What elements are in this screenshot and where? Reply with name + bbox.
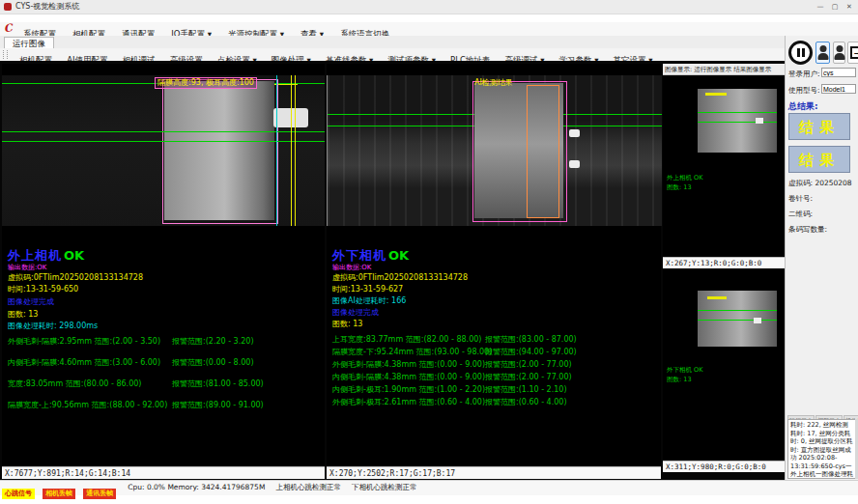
alarm-range: 报警范围:(1.10 - 2.10) — [485, 384, 567, 395]
elapsed-line: 图像处理耗时: 298.00ms — [8, 321, 98, 331]
brand-logo-icon: C — [3, 22, 13, 35]
small-image-1 — [698, 89, 777, 153]
control-panel: → 登录用户: 使用型号: 总结果: 结果 结果 虚拟码: 20250208 卷… — [785, 36, 858, 480]
lower-camera-heartbeat-status: 下相机心跳检测正常 — [352, 481, 417, 494]
model-field[interactable] — [821, 84, 856, 94]
result-title-upper: 外上相机OK — [8, 245, 84, 265]
window-title: CYS-视觉检测系统 — [15, 0, 79, 14]
result-ok-badge: OK — [388, 248, 409, 263]
camera-name: 外上相机 — [8, 248, 62, 263]
login-user-label: 登录用户: — [788, 70, 820, 79]
measurement-row: 内侧毛刺-隔膜:4.60mm 范围:(3.00 - 6.00) — [8, 357, 160, 368]
image-overlay-label: 隔膜高度:93, 极耳高度:100 — [155, 77, 257, 89]
upper-camera-heartbeat-status: 上相机心跳检测正常 — [275, 481, 341, 494]
maximize-button[interactable]: ▢ — [828, 1, 842, 13]
pause-icon — [797, 48, 800, 57]
pixel-coords-lower: X:270;Y:2502;R:17;G:17;B:17 — [327, 466, 661, 479]
small-views-header[interactable]: 图像显示: 运行图像显示 结果图像显示 — [663, 64, 785, 75]
exit-arrow-icon: → — [854, 50, 858, 58]
measurement-row: 外侧毛刺-极耳:2.61mm 范围:(0.60 - 4.00) — [332, 397, 485, 407]
result-display-1: 结果 — [788, 113, 850, 140]
title-bar: CYS-视觉检测系统 — ▢ ✕ — [0, 0, 858, 14]
output-data-line: 输出数据:OK — [332, 263, 371, 272]
alarm-range: 报警范围:(0.00 - 8.00) — [172, 357, 254, 368]
barcode-write-count-label: 条码写数量: — [788, 225, 827, 235]
user-icon — [836, 45, 843, 52]
bright-spot — [569, 129, 580, 137]
qr-code-label: 二维码: — [788, 210, 813, 219]
cpu-memory-status: Cpu: 0.0% Memory: 3424.41796875M — [128, 481, 265, 494]
small-view-text: 图数: 13 — [667, 183, 692, 192]
small-view-1[interactable]: 外上相机 OK 图数: 13 — [663, 75, 785, 257]
roi-rect-orange — [527, 85, 559, 218]
status-bar: 心跳信号 相机丢帧 通讯丢帧 Cpu: 0.0% Memory: 3424.41… — [0, 480, 858, 495]
user-login-button[interactable] — [815, 42, 830, 64]
roll-number-label: 卷针号: — [788, 194, 813, 204]
overlay-mark — [707, 296, 727, 299]
measure-line-cyan — [276, 75, 277, 226]
app-icon — [4, 3, 12, 11]
overlay-mark — [705, 93, 727, 96]
user-icon — [819, 45, 826, 52]
pixel-coords-small-1: X:267;Y:13;R:0;G:0;B:0 — [663, 257, 785, 268]
time-line: 时间:13-31-59-650 — [8, 284, 78, 294]
ai-result-label: AI检测结果 — [474, 78, 513, 88]
measurement-row: 上耳宽度:83.77mm 范围:(82.00 - 88.00) — [332, 334, 481, 345]
alarm-range: 报警范围:(83.00 - 87.00) — [485, 334, 577, 345]
tab-strip: 运行图像 — [0, 36, 858, 49]
pixel-coords-upper: X:7677;Y:891;R:14;G:14;B:14 — [2, 466, 325, 479]
small-image-2 — [698, 291, 777, 347]
measurement-row: 外侧毛刺-隔膜:4.38mm 范围:(0.00 - 9.00) — [332, 359, 485, 370]
bright-spot — [754, 318, 761, 323]
toolbar-grip — [3, 50, 8, 59]
total-result-label: 总结果: — [788, 100, 818, 113]
alarm-range: 报警范围:(94.00 - 97.00) — [485, 347, 577, 357]
camera-frame-drop-badge: 相机丢帧 — [43, 489, 75, 499]
model-label: 使用型号: — [788, 86, 820, 96]
barcode-line: 虚拟码:0FTIim20250208133134728 — [8, 272, 143, 283]
measurement-row: 内侧毛刺-隔膜:4.38mm 范围:(0.00 - 9.00) — [332, 372, 485, 382]
frame-count-line: 图数: 13 — [332, 319, 362, 329]
process-done-line: 图像处理完成 — [332, 307, 379, 318]
toolbar: 相机配置 AI使用配置 相机调试 高级设置 点检设置 ▾ 图像处理 ▾ 基准线参… — [0, 48, 785, 62]
measure-line-yellow — [291, 75, 292, 226]
alarm-range: 报警范围:(2.00 - 77.00) — [485, 372, 572, 382]
exit-button[interactable]: → — [847, 42, 858, 64]
measurement-row: 隔膜宽度-上:90.56mm 范围:(88.00 - 92.00) — [8, 400, 167, 410]
measurement-row: 宽度:83.05mm 范围:(80.00 - 86.00) — [8, 378, 141, 389]
pixel-coords-small-2: X:311;Y:980;R:0;G:0;B:0 — [663, 461, 785, 472]
measurement-row: 内侧毛刺-极耳:1.90mm 范围:(1.00 - 2.20) — [332, 384, 485, 395]
pause-button[interactable] — [788, 41, 813, 65]
alarm-range: 报警范围:(81.00 - 85.00) — [172, 378, 264, 389]
login-user-field[interactable] — [821, 68, 856, 77]
alarm-range: 报警范围:(0.60 - 4.00) — [485, 397, 567, 407]
virtual-code-line: 虚拟码: 20250208 — [788, 179, 852, 188]
log-output[interactable]: 耗时: 222, 丝网检测耗时: 17, 丝网分类耗时: 0, 丝网提取分区耗时… — [787, 419, 856, 479]
output-data-line: 输出数据:OK — [8, 263, 46, 272]
result-title-lower: 外下相机OK — [332, 245, 409, 265]
small-view-2[interactable]: 外下相机 OK 图数: 13 — [663, 269, 785, 460]
minimize-button[interactable]: — — [814, 1, 827, 13]
small-view-text: 图数: 13 — [667, 376, 692, 384]
alarm-range: 报警范围:(89.00 - 91.00) — [172, 400, 264, 410]
camera-view-upper: 隔膜高度:93, 极耳高度:100 外上相机OK 输出数据:OK 虚拟码:0FT… — [2, 64, 325, 479]
time-line: 时间:13-31-59-627 — [332, 284, 403, 294]
user-switch-button[interactable] — [833, 42, 845, 64]
barcode-line: 虚拟码:0FTIim20250208133134728 — [332, 272, 468, 283]
measurement-row: 隔膜宽度-下:95.24mm 范围:(93.00 - 98.00) — [332, 347, 492, 357]
camera-image-upper[interactable]: 隔膜高度:93, 极耳高度:100 — [2, 75, 325, 226]
small-view-text: 外上相机 OK — [667, 174, 702, 182]
process-done-line: 图像处理完成 — [8, 296, 54, 307]
bright-spot — [569, 160, 580, 168]
result-ok-badge: OK — [64, 248, 84, 263]
small-view-text: 外下相机 OK — [667, 366, 702, 375]
heartbeat-badge: 心跳信号 — [2, 489, 35, 499]
ai-elapsed-line: 图像AI处理耗时: 166 — [332, 295, 406, 306]
measurement-row: 外侧毛刺-隔膜:2.95mm 范围:(2.00 - 3.50) — [8, 336, 160, 347]
camera-name: 外下相机 — [332, 248, 386, 263]
part-image — [164, 81, 274, 220]
alarm-range: 报警范围:(2.00 - 77.00) — [485, 359, 572, 370]
camera-image-lower[interactable]: AI检测结果 — [327, 75, 662, 226]
alarm-range: 报警范围:(2.20 - 3.20) — [172, 336, 254, 347]
close-button[interactable]: ✕ — [843, 1, 856, 13]
